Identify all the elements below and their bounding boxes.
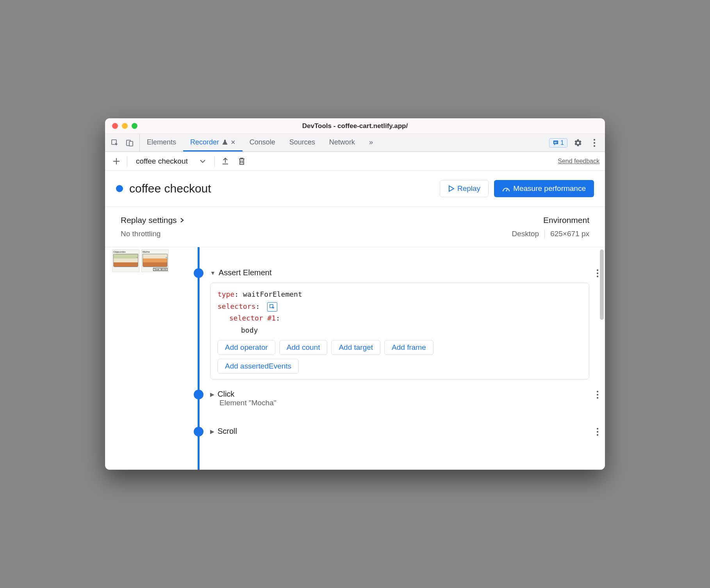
add-count-chip[interactable]: Add count — [279, 340, 328, 355]
environment-values: Desktop 625×671 px — [512, 230, 589, 238]
recording-selector[interactable]: coffee checkout — [132, 157, 210, 166]
step-body: type: waitForElement selectors: selector… — [210, 283, 589, 380]
messages-count: 1 — [560, 139, 564, 146]
timeline-area: Cappuccino Mocha Total: $0.00 — [105, 247, 605, 470]
recording-title: coffee checkout — [129, 182, 211, 195]
mug-icon — [113, 254, 138, 267]
export-button[interactable] — [219, 155, 231, 167]
panel-tabs: Elements Recorder × Console Sources Netw… — [140, 134, 544, 151]
tab-label: Network — [329, 138, 355, 146]
close-tab-icon[interactable]: × — [231, 138, 235, 147]
thumb-total: Total: $0.00 — [153, 268, 168, 271]
device-toolbar-icon[interactable] — [124, 137, 136, 149]
add-assertedevents-chip[interactable]: Add assertedEvents — [218, 359, 299, 374]
tab-sources[interactable]: Sources — [282, 134, 322, 151]
environment-info: Environment Desktop 625×671 px — [355, 216, 589, 238]
step-assert-element: ▼ Assert Element type: waitForElement se… — [189, 251, 605, 380]
tab-label: Recorder — [190, 138, 219, 146]
step-title: Click — [218, 390, 234, 399]
caret-right-icon: ▶ — [210, 391, 214, 397]
step-menu-button[interactable] — [596, 428, 599, 436]
thumbnail-card: Cappuccino — [112, 249, 139, 272]
recording-header: coffee checkout Replay Measure performan… — [105, 171, 605, 207]
chip-row: Add operator Add count Add target Add fr… — [218, 340, 582, 355]
chevron-down-icon — [200, 159, 206, 163]
add-operator-chip[interactable]: Add operator — [218, 340, 275, 355]
gauge-icon — [502, 185, 510, 192]
code-line: type: waitForElement — [218, 289, 582, 301]
element-picker-icon[interactable] — [267, 302, 277, 312]
replay-settings-label: Replay settings — [121, 216, 177, 225]
step-marker — [194, 427, 203, 437]
svg-point-12 — [597, 276, 598, 277]
step-header[interactable]: ▼ Assert Element — [210, 268, 589, 277]
tab-elements[interactable]: Elements — [140, 134, 183, 151]
window-title: DevTools - coffee-cart.netlify.app/ — [302, 122, 408, 130]
svg-rect-4 — [554, 143, 557, 143]
code-key: selector #1 — [229, 314, 276, 322]
messages-badge[interactable]: 1 — [549, 138, 567, 148]
recorder-subbar: coffee checkout Send feedback — [105, 152, 605, 171]
tabs-left-tools — [105, 134, 140, 151]
more-tabs-button[interactable]: » — [362, 134, 380, 151]
recording-actions: Replay Measure performance — [440, 180, 594, 197]
divider — [127, 156, 127, 167]
chevron-right-icon — [180, 217, 184, 223]
tab-console[interactable]: Console — [243, 134, 282, 151]
code-key: type — [218, 290, 234, 298]
code-value: waitForElement — [243, 290, 302, 298]
environment-heading: Environment — [543, 216, 589, 225]
step-menu-button[interactable] — [596, 269, 599, 278]
device-value: Desktop — [512, 230, 539, 238]
tab-network[interactable]: Network — [322, 134, 362, 151]
divider — [214, 156, 215, 167]
steps-timeline: ▼ Assert Element type: waitForElement se… — [189, 247, 605, 470]
svg-point-7 — [594, 145, 595, 146]
thumb-label: Cappuccino — [113, 251, 126, 253]
svg-rect-3 — [554, 142, 557, 142]
close-window-button[interactable] — [112, 123, 118, 129]
maximize-window-button[interactable] — [132, 123, 137, 129]
recording-status-dot — [116, 185, 123, 192]
step-header[interactable]: ▶ Click — [210, 390, 589, 399]
replay-settings-toggle[interactable]: Replay settings — [121, 216, 355, 225]
chevrons-icon: » — [369, 138, 373, 146]
play-icon — [448, 185, 454, 192]
svg-point-19 — [597, 434, 598, 436]
measure-performance-button[interactable]: Measure performance — [494, 180, 594, 197]
step-subtitle: Element "Mocha" — [210, 399, 589, 407]
svg-point-14 — [597, 391, 598, 392]
svg-rect-2 — [129, 141, 133, 146]
minimize-window-button[interactable] — [122, 123, 128, 129]
step-click: ▶ Click Element "Mocha" — [189, 390, 605, 407]
settings-gear-icon[interactable] — [572, 137, 584, 149]
inspect-element-icon[interactable] — [109, 137, 121, 149]
devtools-window: DevTools - coffee-cart.netlify.app/ Elem… — [105, 118, 605, 470]
svg-point-18 — [597, 431, 598, 433]
new-recording-button[interactable] — [111, 155, 122, 167]
measure-button-label: Measure performance — [513, 184, 586, 193]
tab-recorder[interactable]: Recorder × — [183, 134, 243, 151]
flask-icon — [222, 139, 228, 145]
step-marker — [194, 390, 203, 399]
kebab-menu-icon[interactable] — [589, 137, 600, 149]
add-frame-chip[interactable]: Add frame — [384, 340, 433, 355]
send-feedback-link[interactable]: Send feedback — [558, 158, 599, 165]
step-menu-button[interactable] — [596, 390, 599, 399]
tab-label: Sources — [289, 138, 315, 146]
window-titlebar: DevTools - coffee-cart.netlify.app/ — [105, 118, 605, 134]
divider — [544, 230, 545, 238]
step-marker — [194, 268, 203, 278]
svg-point-17 — [597, 428, 598, 429]
tab-label: Elements — [147, 138, 176, 146]
caret-down-icon: ▼ — [210, 270, 216, 276]
caret-right-icon: ▶ — [210, 428, 214, 435]
delete-button[interactable] — [236, 155, 248, 167]
throttling-value: No throttling — [121, 230, 355, 238]
tabs-right-tools: 1 — [544, 134, 605, 151]
step-screenshot-thumbnail[interactable]: Cappuccino Mocha Total: $0.00 — [112, 249, 169, 272]
add-target-chip[interactable]: Add target — [331, 340, 380, 355]
replay-button[interactable]: Replay — [440, 180, 489, 197]
step-header[interactable]: ▶ Scroll — [210, 427, 589, 436]
svg-point-5 — [594, 139, 595, 140]
